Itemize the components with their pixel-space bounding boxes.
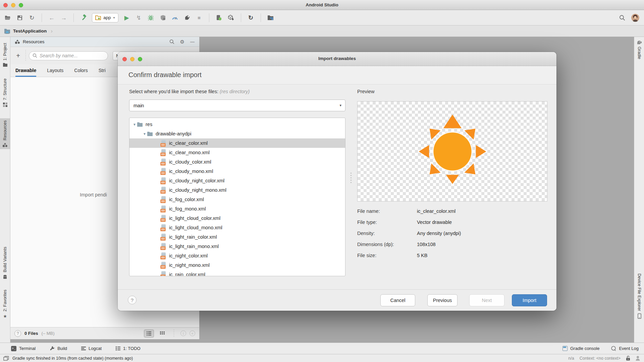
todo-toolwindow-button[interactable]: 1: TODO: [116, 346, 141, 351]
forward-button[interactable]: →: [60, 14, 67, 21]
cancel-button[interactable]: Cancel: [380, 294, 415, 306]
metadata-value: 108x108: [417, 242, 436, 253]
resource-tab[interactable]: Drawable: [15, 64, 36, 77]
grid-view-button[interactable]: [157, 329, 167, 338]
terminal-toolwindow-button[interactable]: >_ Terminal: [11, 346, 36, 351]
tree-file-row[interactable]: <> ic_night_color.xml: [129, 251, 345, 260]
user-silhouette-icon[interactable]: [636, 356, 640, 361]
run-play-icon: ▶: [124, 15, 129, 21]
folder-icon: [147, 131, 153, 136]
resource-tab[interactable]: Stri: [99, 64, 106, 77]
resource-tab[interactable]: Colors: [74, 64, 88, 77]
status-message[interactable]: Gradle sync finished in 10ms (from cache…: [12, 356, 133, 361]
open-folder-icon: [5, 15, 11, 20]
stripe-structure[interactable]: 7: Structure: [0, 76, 10, 109]
xml-file-icon: <>: [160, 205, 166, 213]
run-button[interactable]: ▶: [123, 14, 130, 21]
stripe-project[interactable]: 1: Project: [0, 41, 10, 69]
list-view-button[interactable]: [144, 329, 154, 338]
tree-file-row[interactable]: <> ic_light_cloud_mono.xml: [129, 223, 345, 232]
stop-button[interactable]: ■: [196, 14, 203, 21]
tree-root-row[interactable]: ▼ res: [129, 120, 345, 129]
toolwindow-stack-icon[interactable]: [3, 356, 9, 361]
add-resource-button[interactable]: +: [14, 51, 22, 60]
tree-file-row[interactable]: <> ic_clear_mono.xml: [129, 148, 345, 157]
search-input[interactable]: [40, 53, 97, 58]
sdk-manager-button[interactable]: [267, 14, 274, 21]
tree-root-label: res: [146, 122, 152, 127]
save-all-button[interactable]: [16, 14, 23, 21]
dialog-header-text: Confirm drawable import: [128, 71, 202, 79]
stripe-favorites[interactable]: 2: Favorites ★: [0, 288, 10, 321]
panel-settings-gear-icon[interactable]: ⚙: [180, 39, 184, 45]
apply-changes-button[interactable]: ↯: [135, 14, 143, 21]
expand-arrow-icon[interactable]: ▼: [132, 123, 137, 126]
toolbar-divider: [209, 13, 209, 22]
left-tool-stripe: 1: Project 7: Structure Resources Build …: [0, 37, 10, 343]
next-button[interactable]: Next: [469, 294, 504, 306]
tree-file-row[interactable]: <> ic_cloudy_night_mono.xml: [129, 185, 345, 195]
tree-file-row[interactable]: <> ic_rain_color.xml: [129, 270, 345, 276]
tree-file-row[interactable]: <> ic_clear_color.xml: [129, 138, 345, 148]
dialog-buttons: Cancel Previous Next Import: [380, 294, 547, 306]
profiler-button[interactable]: [171, 14, 179, 21]
stripe-build-variants[interactable]: Build Variants: [0, 245, 10, 281]
terminal-icon: >_: [11, 346, 16, 351]
panel-title: Resources: [23, 39, 45, 44]
open-project-button[interactable]: [4, 14, 11, 21]
logcat-label: Logcat: [89, 346, 102, 351]
star-icon: ★: [3, 314, 7, 319]
folder-icon: [137, 122, 143, 127]
gauge-icon: [172, 15, 178, 20]
stripe-gradle[interactable]: Gradle: [634, 38, 644, 61]
tree-file-row[interactable]: <> ic_cloudy_night_color.xml: [129, 176, 345, 185]
panel-help-icon[interactable]: ?: [14, 330, 21, 337]
tree-file-row[interactable]: <> ic_fog_mono.xml: [129, 204, 345, 214]
attach-debugger-button[interactable]: [183, 14, 191, 21]
tree-file-row[interactable]: <> ic_light_cloud_color.xml: [129, 214, 345, 223]
tree-file-row[interactable]: <> ic_cloudy_mono.xml: [129, 167, 345, 176]
dialog-titlebar: Import drawables: [118, 52, 556, 66]
run-on-device-button[interactable]: [215, 14, 223, 21]
metadata-label: File type:: [357, 220, 417, 231]
tree-file-row[interactable]: <> ic_light_rain_color.xml: [129, 232, 345, 242]
tree-file-row[interactable]: <> ic_night_mono.xml: [129, 260, 345, 270]
make-project-button[interactable]: [80, 14, 87, 21]
stripe-resources[interactable]: Resources: [0, 118, 10, 149]
save-icon: [17, 15, 22, 20]
previous-button[interactable]: Previous: [427, 294, 458, 306]
tree-file-row[interactable]: <> ic_fog_color.xml: [129, 195, 345, 204]
debug-button[interactable]: [147, 14, 155, 21]
apk-analyzer-button[interactable]: [227, 14, 235, 21]
column-splitter[interactable]: [350, 173, 352, 183]
gradle-console-button[interactable]: Gradle console: [562, 346, 599, 351]
synchronize-button[interactable]: ↻: [28, 14, 36, 21]
profile-app-button[interactable]: [159, 14, 167, 21]
panel-search-icon[interactable]: [169, 39, 174, 44]
dialog-help-button[interactable]: ?: [128, 296, 137, 304]
back-button[interactable]: ←: [48, 14, 55, 21]
lock-icon[interactable]: [626, 356, 630, 361]
resource-panel-footer: ? 0 Files (– MB) i +: [10, 327, 199, 339]
resource-tab[interactable]: Layouts: [47, 64, 63, 77]
stripe-project-label: 1: Project: [3, 43, 7, 61]
gradle-sync-button[interactable]: ↻: [247, 14, 255, 21]
tree-subfolder-row[interactable]: ▼ drawable-anydpi: [129, 129, 345, 138]
logcat-toolwindow-button[interactable]: Logcat: [81, 346, 102, 351]
tree-file-row[interactable]: <> ic_light_rain_mono.xml: [129, 242, 345, 251]
user-avatar[interactable]: [631, 14, 639, 22]
breadcrumb-project[interactable]: TestApplication: [13, 28, 47, 34]
tree-file-label: ic_light_cloud_mono.xml: [169, 225, 222, 230]
import-button[interactable]: Import: [512, 294, 547, 306]
run-configuration-select[interactable]: app ▾: [92, 13, 118, 22]
tree-file-row[interactable]: <> ic_cloudy_color.xml: [129, 157, 345, 167]
stripe-device-file-explorer[interactable]: Device File Explorer: [634, 272, 644, 321]
res-directory-select[interactable]: main ▾: [129, 100, 345, 111]
expand-arrow-icon[interactable]: ▼: [142, 132, 147, 136]
build-toolwindow-button[interactable]: Build: [50, 346, 67, 351]
tree-file-label: ic_light_cloud_color.xml: [169, 216, 220, 221]
panel-minimize-icon[interactable]: —: [190, 39, 195, 44]
search-everywhere-button[interactable]: [619, 14, 626, 21]
event-log-button[interactable]: Event Log: [611, 346, 639, 351]
tree-file-label: ic_rain_color.xml: [169, 272, 205, 276]
